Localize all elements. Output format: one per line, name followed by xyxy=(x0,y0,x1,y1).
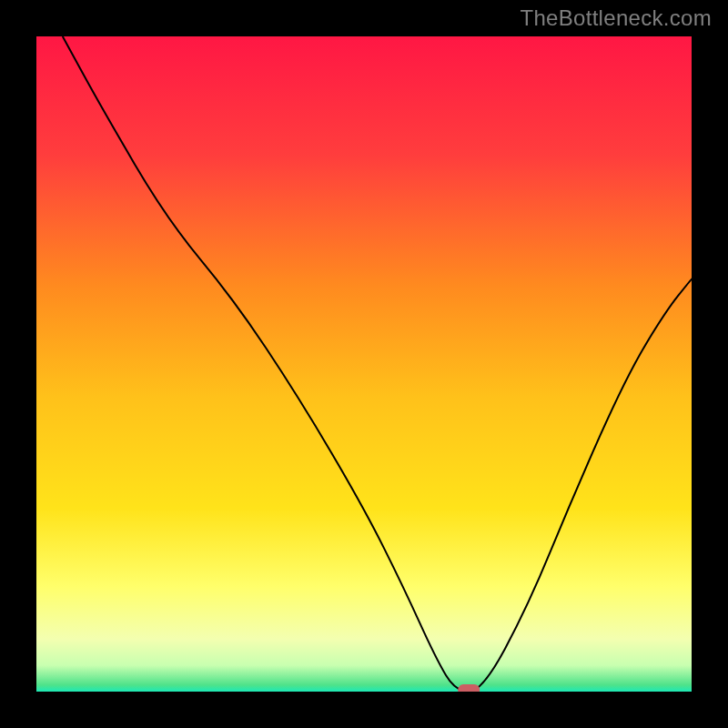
gradient-background xyxy=(36,36,692,692)
plot-area xyxy=(36,36,692,692)
watermark-text: TheBottleneck.com xyxy=(520,5,712,31)
marker-pill xyxy=(458,684,480,692)
chart-svg xyxy=(36,36,692,692)
chart-container: TheBottleneck.com xyxy=(0,0,728,728)
